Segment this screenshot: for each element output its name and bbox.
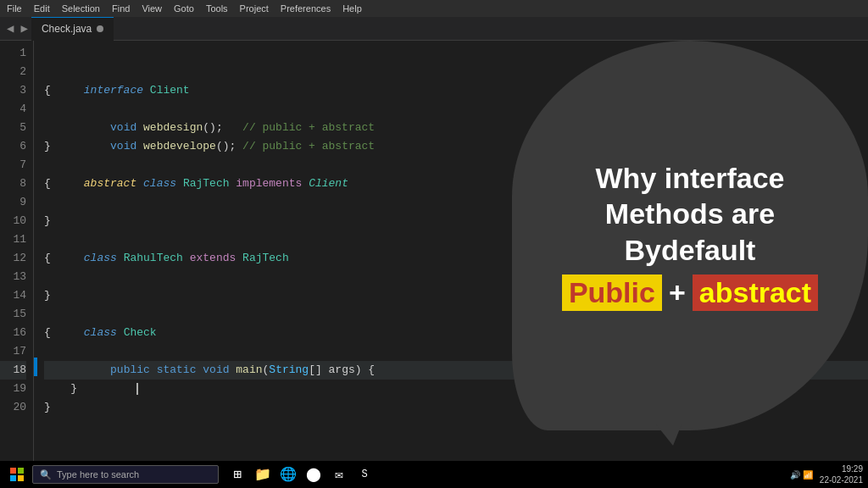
taskbar-apps: ⊞ 📁 🌐 ⬤ ✉ S — [225, 463, 376, 486]
taskbar-icons: 🔊 📶 — [790, 470, 813, 480]
menu-tools[interactable]: Tools — [206, 3, 228, 14]
editor-main: /* Interface Methods */ 1 2 3 4 5 6 7 8 … — [0, 41, 868, 468]
menu-project[interactable]: Project — [240, 3, 269, 14]
taskbar-app-email[interactable]: ✉ — [327, 463, 351, 486]
bubble-tail — [656, 424, 682, 446]
tab-nav-forward[interactable]: ▶ — [17, 21, 31, 36]
svg-rect-2 — [10, 475, 16, 481]
active-line-indicator — [34, 358, 37, 376]
bubble-line2: Methods are — [605, 196, 775, 232]
tab-modified-dot — [97, 25, 103, 32]
line-numbers: 1 2 3 4 5 6 7 8 9 10 11 12 13 14 15 16 1… — [0, 41, 34, 468]
menu-preferences[interactable]: Preferences — [281, 3, 331, 14]
bubble-plus: + — [669, 276, 686, 309]
bubble-line3: Bydefault — [625, 232, 756, 269]
bubble-line1: Why interface — [596, 160, 785, 197]
taskbar: 🔍 Type here to search ⊞ 📁 🌐 ⬤ ✉ S 🔊 📶 19… — [0, 461, 868, 488]
menu-find[interactable]: Find — [112, 3, 130, 14]
tab-filename: Check.java — [42, 23, 92, 35]
taskbar-app-sublime[interactable]: S — [353, 463, 376, 486]
search-icon: 🔍 — [40, 469, 52, 480]
taskbar-app-chrome[interactable]: ⬤ — [302, 463, 326, 486]
menu-help[interactable]: Help — [342, 3, 362, 14]
bubble-abstract-label: abstract — [693, 274, 818, 311]
taskbar-app-edge[interactable]: 🌐 — [276, 463, 300, 486]
menu-selection[interactable]: Selection — [62, 3, 100, 14]
menu-goto[interactable]: Goto — [174, 3, 194, 14]
taskbar-search-label: Type here to search — [57, 469, 139, 480]
start-button[interactable] — [5, 463, 29, 486]
taskbar-search-box[interactable]: 🔍 Type here to search — [32, 465, 219, 484]
bubble-highlight-row: Public + abstract — [562, 274, 818, 311]
menu-view[interactable]: View — [142, 3, 162, 14]
taskbar-app-explorer[interactable]: 📁 — [251, 463, 275, 486]
tab-check-java[interactable]: Check.java — [31, 17, 114, 41]
svg-rect-1 — [18, 468, 24, 474]
menu-bar: File Edit Selection Find View Goto Tools… — [0, 0, 868, 17]
svg-rect-0 — [10, 468, 16, 474]
svg-rect-3 — [18, 475, 24, 481]
tab-nav-back[interactable]: ◀ — [3, 21, 17, 36]
speech-bubble: Why interface Methods are Bydefault Publ… — [512, 41, 868, 430]
tab-bar: ◀ ▶ Check.java — [0, 17, 868, 41]
bubble-public-label: Public — [562, 274, 662, 311]
taskbar-time-date: 19:29 22-02-2021 — [820, 463, 863, 485]
taskbar-app-store[interactable]: ⊞ — [225, 463, 249, 486]
menu-edit[interactable]: Edit — [34, 3, 50, 14]
taskbar-right: 🔊 📶 19:29 22-02-2021 — [790, 463, 863, 485]
menu-file[interactable]: File — [7, 3, 22, 14]
